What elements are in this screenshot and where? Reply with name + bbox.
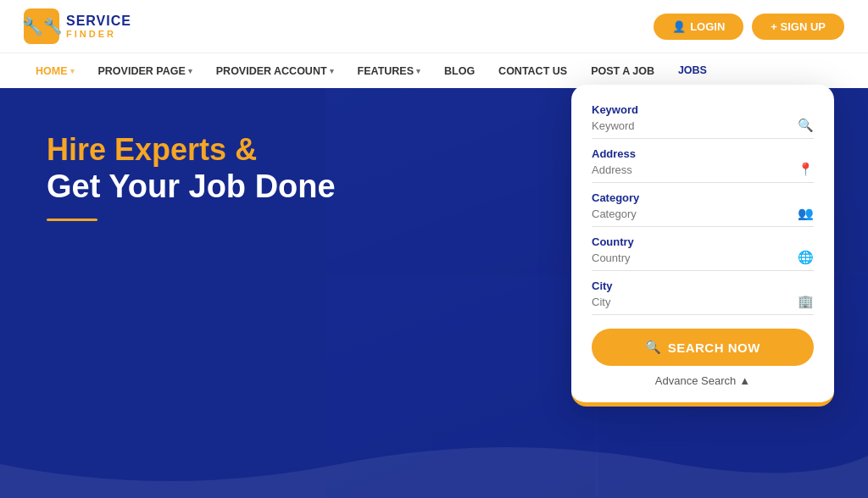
category-icon: 👥 — [798, 206, 814, 221]
nav-contact-label: CONTACT US — [498, 65, 567, 77]
content-layer: 🔧 SERVICE FINDER 👤 LOGIN + SIGN UP HOME … — [0, 0, 868, 498]
globe-icon: 🌐 — [798, 250, 814, 265]
nav-provider-page-label: PROVIDER PAGE — [98, 65, 186, 77]
nav-features-label: FEATURES — [358, 65, 414, 77]
nav-provider-account-label: PROVIDER ACCOUNT — [216, 65, 327, 77]
nav-item-features[interactable]: FEATURES ▾ — [346, 53, 432, 89]
nav-item-blog[interactable]: BLOG — [432, 53, 487, 89]
login-icon: 👤 — [672, 20, 686, 33]
brand-service: SERVICE — [66, 14, 131, 29]
location-icon: 📍 — [798, 162, 814, 177]
search-panel: Keyword 🔍 Address 📍 Category 👥 Country — [571, 85, 834, 407]
category-label: Category — [592, 191, 814, 204]
keyword-row: 🔍 — [592, 118, 814, 139]
nav-jobs-label: JOBS — [678, 64, 707, 76]
nav-item-provider-page[interactable]: PROVIDER PAGE ▾ — [86, 53, 204, 89]
address-field: Address 📍 — [592, 147, 814, 183]
chevron-down-icon: ▾ — [188, 67, 192, 75]
signup-button[interactable]: + SIGN UP — [752, 14, 844, 40]
chevron-down-icon: ▾ — [70, 67, 75, 75]
signup-label: + SIGN UP — [771, 20, 826, 33]
city-field: City 🏢 — [592, 279, 814, 315]
address-row: 📍 — [592, 162, 814, 183]
search-button-label: SEARCH NOW — [668, 340, 760, 355]
logo: 🔧 SERVICE FINDER — [24, 8, 131, 44]
hero-line2: Get Your Job Done — [47, 168, 336, 207]
nav-item-home[interactable]: HOME ▾ — [24, 53, 86, 89]
nav-item-post-job[interactable]: POST A JOB — [579, 53, 666, 89]
address-input[interactable] — [592, 163, 793, 176]
city-input[interactable] — [592, 296, 793, 308]
login-label: LOGIN — [690, 20, 725, 33]
hero-highlight: Experts — [114, 132, 226, 167]
login-button[interactable]: 👤 LOGIN — [654, 14, 743, 40]
building-icon: 🏢 — [798, 294, 814, 309]
advance-search-label: Advance Search — [655, 374, 736, 387]
keyword-label: Keyword — [592, 103, 814, 116]
city-row: 🏢 — [592, 294, 814, 315]
logo-icon: 🔧 — [24, 8, 59, 44]
category-field: Category 👥 — [592, 191, 814, 227]
search-button-icon: 🔍 — [645, 340, 662, 355]
keyword-field: Keyword 🔍 — [592, 103, 814, 139]
city-label: City — [592, 279, 814, 292]
hero-line1-plain: Hire — [47, 132, 114, 167]
search-icon: 🔍 — [798, 118, 814, 133]
category-input[interactable] — [592, 208, 793, 220]
category-row: 👥 — [592, 206, 814, 227]
hero-line1: Hire Experts & — [47, 131, 336, 168]
advance-search-link[interactable]: Advance Search ▲ — [592, 374, 814, 387]
hero-divider — [47, 219, 97, 221]
address-label: Address — [592, 147, 814, 160]
chevron-down-icon: ▾ — [330, 67, 334, 75]
nav-home-label: HOME — [36, 65, 68, 77]
chevron-down-icon: ▾ — [416, 67, 420, 75]
nav-post-job-label: POST A JOB — [591, 65, 654, 77]
country-label: Country — [592, 235, 814, 248]
nav-item-provider-account[interactable]: PROVIDER ACCOUNT ▾ — [204, 53, 346, 89]
keyword-input[interactable] — [592, 119, 793, 132]
nav-item-jobs[interactable]: JOBS — [666, 53, 719, 89]
navigation: HOME ▾ PROVIDER PAGE ▾ PROVIDER ACCOUNT … — [0, 53, 868, 88]
country-field: Country 🌐 — [592, 235, 814, 271]
nav-item-contact[interactable]: CONTACT US — [487, 53, 579, 89]
advance-search-icon: ▲ — [739, 374, 750, 387]
search-now-button[interactable]: 🔍 SEARCH NOW — [592, 329, 814, 366]
country-input[interactable] — [592, 252, 793, 264]
brand-finder: FINDER — [66, 29, 131, 39]
nav-blog-label: BLOG — [444, 65, 475, 77]
header: 🔧 SERVICE FINDER 👤 LOGIN + SIGN UP — [0, 0, 868, 53]
country-row: 🌐 — [592, 250, 814, 271]
header-buttons: 👤 LOGIN + SIGN UP — [654, 14, 844, 40]
hero-line1-end: & — [226, 132, 257, 167]
logo-text: SERVICE FINDER — [66, 14, 131, 39]
hero-content: Hire Experts & Get Your Job Done — [47, 131, 336, 221]
